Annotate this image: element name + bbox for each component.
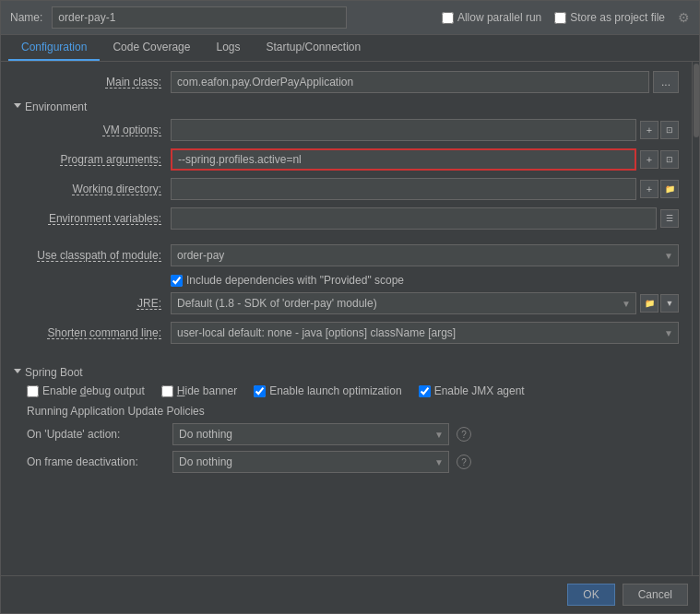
vm-options-label: VM options: xyxy=(14,124,171,136)
env-vars-actions: ☰ xyxy=(660,209,679,228)
ok-button[interactable]: OK xyxy=(567,584,614,606)
enable-jmx-text: Enable JMX agent xyxy=(434,384,525,397)
vm-options-actions: + ⊡ xyxy=(640,121,679,139)
allow-parallel-checkbox[interactable] xyxy=(442,12,454,24)
program-args-expand-button[interactable]: + xyxy=(640,150,658,169)
gear-icon[interactable]: ⚙ xyxy=(678,10,690,25)
store-as-project-wrap[interactable]: Store as project file xyxy=(554,11,665,24)
env-vars-label: Environment variables: xyxy=(14,212,171,225)
hide-banner-checkbox[interactable] xyxy=(161,385,173,397)
program-args-input[interactable] xyxy=(171,148,636,171)
name-label: Name: xyxy=(10,11,42,24)
jre-dropdown-button[interactable]: ▼ xyxy=(660,294,679,313)
program-args-actions: + ⊡ xyxy=(640,150,679,169)
tab-code-coverage[interactable]: Code Coverage xyxy=(100,35,203,61)
environment-label: Environment xyxy=(25,100,87,113)
classpath-select[interactable]: order-pay xyxy=(171,244,679,266)
working-dir-actions: + 📁 xyxy=(640,180,679,198)
policy-title: Running Application Update Policies xyxy=(27,405,679,418)
scroll-thumb xyxy=(694,64,699,137)
shorten-cmd-label: Shorten command line: xyxy=(14,326,171,339)
shorten-cmd-select[interactable]: user-local default: none - java [options… xyxy=(171,322,679,344)
working-dir-row: Working directory: + 📁 xyxy=(14,178,679,200)
main-class-input[interactable] xyxy=(171,71,649,93)
store-as-project-checkbox[interactable] xyxy=(554,12,566,24)
jre-select-wrap: Default (1.8 - SDK of 'order-pay' module… xyxy=(171,292,636,314)
title-bar: Name: Allow parallel run Store as projec… xyxy=(1,1,699,35)
working-dir-input[interactable] xyxy=(171,178,636,200)
include-deps-checkbox[interactable] xyxy=(171,275,183,287)
jre-select[interactable]: Default (1.8 - SDK of 'order-pay' module… xyxy=(171,292,636,314)
enable-debug-text: Enable debug output xyxy=(42,384,145,397)
tab-logs[interactable]: Logs xyxy=(203,35,253,61)
tab-configuration[interactable]: Configuration xyxy=(8,35,100,61)
allow-parallel-label: Allow parallel run xyxy=(457,11,541,24)
program-args-fullscreen-button[interactable]: ⊡ xyxy=(660,150,679,169)
frame-deactivation-label: On frame deactivation: xyxy=(27,455,165,468)
name-input[interactable] xyxy=(52,6,347,29)
update-action-row: On 'Update' action: Do nothing Update cl… xyxy=(27,423,679,445)
vm-options-expand-button[interactable]: + xyxy=(640,121,658,139)
environment-collapse-toggle[interactable] xyxy=(14,103,21,112)
policy-section: Running Application Update Policies On '… xyxy=(27,405,679,473)
main-class-row: Main class: ... xyxy=(14,71,679,93)
classpath-row: Use classpath of module: order-pay ▼ xyxy=(14,244,679,266)
enable-launch-text: Enable launch optimization xyxy=(269,384,401,397)
enable-debug-checkbox[interactable] xyxy=(27,385,39,397)
frame-deactivation-help-icon[interactable]: ? xyxy=(457,455,471,469)
program-args-label: Program arguments: xyxy=(14,153,171,166)
frame-deactivation-row: On frame deactivation: Do nothing Update… xyxy=(27,451,679,473)
spring-boot-label: Spring Boot xyxy=(25,366,83,379)
include-deps-text: Include dependencies with "Provided" sco… xyxy=(186,274,404,287)
working-dir-label: Working directory: xyxy=(14,183,171,195)
spring-options-row: Enable debug output Hide banner Enable l… xyxy=(27,384,679,397)
store-as-project-label: Store as project file xyxy=(570,11,665,24)
bottom-bar: OK Cancel xyxy=(1,575,699,613)
frame-deactivation-select[interactable]: Do nothing Update classes and resources … xyxy=(172,451,449,473)
jre-actions: 📁 ▼ xyxy=(640,294,679,313)
env-vars-row: Environment variables: ☰ xyxy=(14,207,679,230)
include-deps-label[interactable]: Include dependencies with "Provided" sco… xyxy=(171,274,404,287)
update-action-select-wrap: Do nothing Update classes and resources … xyxy=(172,423,449,445)
shorten-cmd-select-wrap: user-local default: none - java [options… xyxy=(171,322,679,344)
run-debug-dialog: Name: Allow parallel run Store as projec… xyxy=(0,0,700,614)
env-vars-list-button[interactable]: ☰ xyxy=(660,209,679,228)
enable-jmx-checkbox[interactable] xyxy=(419,385,431,397)
spring-boot-section: Spring Boot Enable debug output Hide ban… xyxy=(14,366,679,473)
tabs-bar: Configuration Code Coverage Logs Startup… xyxy=(1,35,699,62)
update-action-select[interactable]: Do nothing Update classes and resources … xyxy=(172,423,449,445)
hide-banner-label[interactable]: Hide banner xyxy=(161,384,237,397)
tab-startup-connection[interactable]: Startup/Connection xyxy=(253,35,374,61)
frame-deactivation-select-wrap: Do nothing Update classes and resources … xyxy=(172,451,449,473)
right-scrollbar[interactable] xyxy=(692,62,699,575)
vm-options-row: VM options: + ⊡ xyxy=(14,119,679,141)
allow-parallel-wrap[interactable]: Allow parallel run xyxy=(442,11,541,24)
jre-row: JRE: Default (1.8 - SDK of 'order-pay' m… xyxy=(14,292,679,314)
title-options: Allow parallel run Store as project file… xyxy=(442,10,690,25)
vm-options-fullscreen-button[interactable]: ⊡ xyxy=(660,121,679,139)
include-deps-row: Include dependencies with "Provided" sco… xyxy=(171,274,679,287)
spring-boot-collapse-toggle[interactable] xyxy=(14,369,21,377)
shorten-cmd-row: Shorten command line: user-local default… xyxy=(14,322,679,344)
main-class-label: Main class: xyxy=(14,76,171,89)
jre-folder-button[interactable]: 📁 xyxy=(640,294,658,313)
jre-label: JRE: xyxy=(14,297,171,310)
cancel-button[interactable]: Cancel xyxy=(623,584,688,606)
vm-options-input[interactable] xyxy=(171,119,636,141)
enable-jmx-label[interactable]: Enable JMX agent xyxy=(419,384,525,397)
environment-section-header: Environment xyxy=(14,100,679,113)
spring-boot-header: Spring Boot xyxy=(14,366,679,379)
main-area: Main class: ... Environment VM options: … xyxy=(1,62,699,575)
enable-launch-label[interactable]: Enable launch optimization xyxy=(254,384,401,397)
enable-debug-label[interactable]: Enable debug output xyxy=(27,384,145,397)
classpath-select-wrap: order-pay ▼ xyxy=(171,244,679,266)
main-class-browse-button[interactable]: ... xyxy=(653,71,679,93)
working-dir-folder-button[interactable]: 📁 xyxy=(660,180,679,198)
update-action-help-icon[interactable]: ? xyxy=(457,427,471,442)
content-area: Main class: ... Environment VM options: … xyxy=(1,62,692,575)
classpath-label: Use classpath of module: xyxy=(14,249,171,262)
working-dir-expand-button[interactable]: + xyxy=(640,180,658,198)
enable-launch-checkbox[interactable] xyxy=(254,385,266,397)
hide-banner-text: Hide banner xyxy=(177,384,237,397)
env-vars-input[interactable] xyxy=(171,207,657,230)
